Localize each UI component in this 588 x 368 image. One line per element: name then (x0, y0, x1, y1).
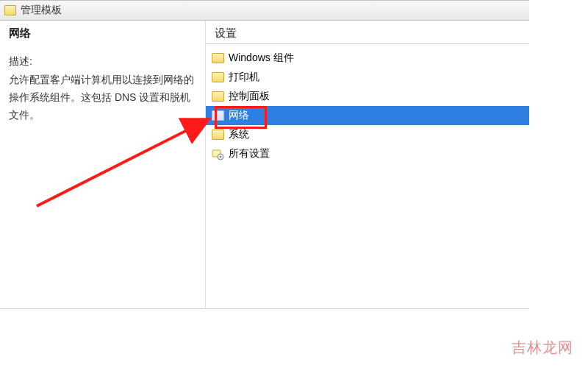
settings-item-1[interactable]: 打印机 (206, 68, 529, 87)
description-pane: 网络 描述: 允许配置客户端计算机用以连接到网络的操作系统组件。这包括 DNS … (0, 21, 206, 308)
folder-icon (212, 72, 224, 82)
folder-icon (4, 5, 16, 15)
folder-icon (212, 53, 224, 63)
settings-item-label: 网络 (229, 109, 249, 122)
folder-icon (212, 110, 224, 121)
settings-item-label: 打印机 (229, 71, 259, 84)
settings-item-label: 系统 (229, 128, 249, 141)
description-label: 描述: (9, 55, 196, 68)
settings-item-2[interactable]: 控制面板 (206, 87, 529, 106)
right-heading: 设置 (206, 21, 529, 44)
settings-item-label: Windows 组件 (229, 52, 294, 65)
settings-pane: 设置 Windows 组件打印机控制面板网络系统所有设置 (206, 21, 529, 308)
settings-item-label: 控制面板 (229, 90, 270, 103)
titlebar: 管理模板 (0, 0, 529, 21)
settings-item-label: 所有设置 (229, 147, 270, 160)
description-text: 允许配置客户端计算机用以连接到网络的操作系统组件。这包括 DNS 设置和脱机文件… (9, 71, 196, 124)
settings-item-5[interactable]: 所有设置 (206, 144, 529, 163)
settings-item-4[interactable]: 系统 (206, 125, 529, 144)
watermark: 吉林龙网 (512, 338, 573, 358)
left-heading: 网络 (9, 26, 196, 40)
folder-icon (212, 91, 224, 102)
settings-list: Windows 组件打印机控制面板网络系统所有设置 (206, 44, 529, 163)
folder-icon (212, 130, 224, 140)
settings-item-3[interactable]: 网络 (206, 106, 529, 125)
settings-item-0[interactable]: Windows 组件 (206, 49, 529, 68)
gear-icon (212, 148, 224, 160)
svg-point-2 (220, 155, 221, 157)
window-title: 管理模板 (21, 4, 62, 17)
